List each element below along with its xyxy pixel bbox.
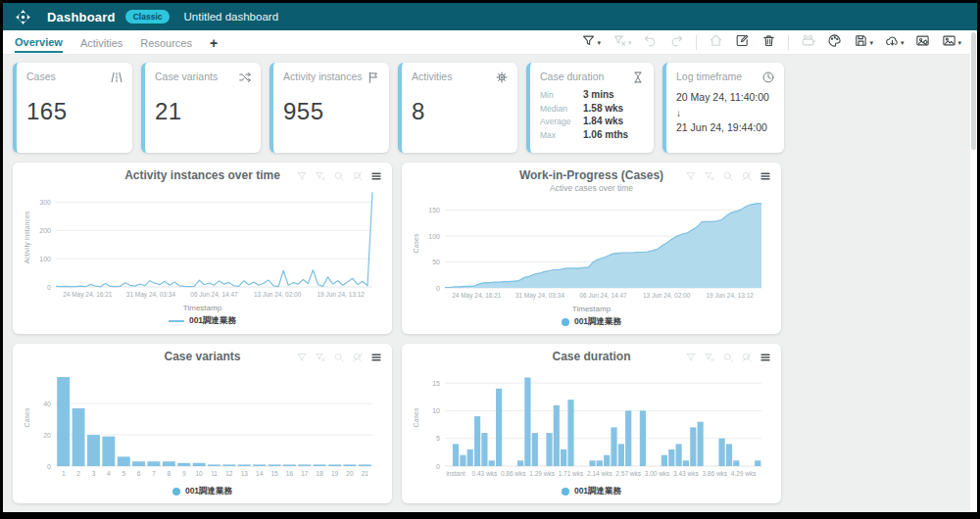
svg-text:24 May 24, 16:21: 24 May 24, 16:21	[452, 292, 502, 300]
kpi-stat-row: Median1.58 wks	[540, 103, 644, 114]
svg-text:20: 20	[346, 470, 354, 477]
filter-icon[interactable]	[685, 350, 697, 361]
svg-text:2.57 wks: 2.57 wks	[615, 470, 641, 477]
road-icon	[110, 71, 123, 84]
svg-text:15: 15	[270, 470, 278, 477]
svg-text:6: 6	[137, 470, 141, 477]
scrollbar[interactable]	[970, 30, 977, 512]
add-tab-button[interactable]: +	[210, 31, 218, 54]
app-window: Dashboard Classic Untitled dashboard Ove…	[0, 0, 980, 519]
clock-icon	[761, 71, 775, 84]
filter-icon[interactable]	[685, 168, 697, 180]
timeframe-start: 20 May 24, 11:40:00	[676, 90, 774, 106]
legend-marker	[172, 488, 180, 495]
legend-label: 001調達業務	[189, 315, 236, 327]
chart-plot: 051015Casesinstant0.43 wks0.86 wks1.29 w…	[410, 363, 771, 479]
undo-icon	[643, 33, 658, 52]
filter-icon[interactable]	[296, 168, 308, 180]
save-button[interactable]: ▾	[850, 32, 877, 53]
zoom-out-icon[interactable]	[741, 168, 753, 180]
svg-text:14: 14	[256, 470, 264, 477]
arrow-down-icon: ↓	[676, 106, 774, 120]
clear-filter-icon[interactable]	[704, 350, 715, 361]
rename-icon	[735, 33, 750, 52]
zoom-out-icon[interactable]	[352, 168, 364, 180]
tab-overview[interactable]: Overview	[15, 32, 63, 53]
svg-text:31 May 24, 03:34: 31 May 24, 03:34	[126, 291, 176, 299]
svg-text:06 Jun 24, 14:47: 06 Jun 24, 14:47	[190, 291, 238, 298]
kpi-stats: Min3 minsMedian1.58 wksAverage1.84 wksMa…	[540, 89, 644, 140]
tab-activities[interactable]: Activities	[80, 33, 122, 52]
svg-text:13 Jun 24, 02:00: 13 Jun 24, 02:00	[643, 292, 691, 299]
zoom-out-icon[interactable]	[352, 350, 364, 361]
filter-icon[interactable]	[296, 350, 308, 361]
zoom-out-icon[interactable]	[741, 350, 753, 361]
svg-text:150: 150	[428, 207, 440, 213]
svg-text:16: 16	[286, 470, 294, 477]
log-timeframe: 20 May 24, 11:40:00↓21 Jun 24, 19:44:00	[676, 90, 774, 136]
clear-filter-icon	[612, 33, 627, 52]
undo-button[interactable]	[639, 32, 662, 53]
filter-button[interactable]: ▾	[577, 32, 605, 53]
tab-resources[interactable]: Resources	[140, 33, 192, 52]
svg-text:5: 5	[436, 435, 440, 442]
zoom-in-icon[interactable]	[722, 168, 734, 180]
delete-icon	[761, 33, 776, 52]
kpi-value: 21	[155, 98, 251, 125]
svg-text:10: 10	[196, 470, 204, 477]
kpi-row: Cases165Case variants21Activity instance…	[13, 63, 967, 153]
download-icon	[885, 33, 900, 52]
clear-filter-icon[interactable]	[315, 350, 326, 361]
dashboard-name: Untitled dashboard	[183, 11, 278, 23]
kpi-label: Log timeframe	[676, 71, 774, 82]
svg-text:Cases: Cases	[24, 407, 30, 427]
svg-text:0: 0	[47, 463, 51, 470]
download-button[interactable]: ▾	[881, 32, 908, 53]
menu-icon[interactable]	[760, 350, 771, 361]
palette-button[interactable]	[823, 32, 846, 53]
redo-button[interactable]	[665, 32, 688, 53]
chart-legend[interactable]: 001調達業務	[21, 486, 384, 499]
legend-label: 001調達業務	[574, 316, 621, 328]
export-image-settings-icon	[915, 33, 930, 52]
chevron-down-icon: ▾	[597, 39, 601, 46]
svg-text:200: 200	[39, 227, 51, 234]
clear-filter-button[interactable]: ▾	[609, 32, 636, 53]
chart-plot: 050100150Cases24 May 24, 16:2131 May 24,…	[410, 193, 771, 301]
kpi-stat-row: Max1.06 mths	[540, 129, 644, 140]
svg-text:instant: instant	[446, 470, 465, 477]
menu-icon[interactable]	[370, 350, 382, 361]
svg-text:11: 11	[211, 470, 218, 477]
clear-filter-icon[interactable]	[704, 168, 715, 180]
home-button[interactable]	[705, 32, 727, 53]
palette-icon	[827, 33, 842, 52]
scrollbar-thumb[interactable]	[971, 32, 976, 150]
zoom-in-icon[interactable]	[333, 350, 345, 361]
kpi-value: 8	[412, 98, 508, 125]
zoom-in-icon[interactable]	[722, 350, 734, 361]
export-image-settings-button[interactable]	[911, 32, 934, 53]
rename-button[interactable]	[731, 32, 754, 53]
zoom-in-icon[interactable]	[333, 168, 345, 180]
kpi-card-case-variants: Case variants21	[141, 63, 261, 153]
clear-filter-icon[interactable]	[315, 168, 326, 180]
topbar: Dashboard Classic Untitled dashboard	[3, 3, 977, 30]
redo-icon	[669, 33, 684, 52]
filter-icon	[581, 33, 596, 52]
menu-icon[interactable]	[370, 168, 382, 180]
svg-text:0: 0	[47, 284, 51, 291]
svg-text:21: 21	[362, 470, 369, 477]
delete-button[interactable]	[758, 32, 780, 53]
chart-toolbar	[685, 350, 771, 361]
chart-legend[interactable]: 001調達業務	[410, 486, 773, 499]
export-image-button[interactable]: ▾	[938, 32, 965, 53]
chart-legend[interactable]: 001調達業務	[21, 315, 384, 329]
animation-button[interactable]	[797, 32, 819, 53]
chart-legend[interactable]: 001調達業務	[410, 316, 773, 330]
chart-header: Work-in-Progress (Cases)Active cases ove…	[410, 168, 773, 193]
svg-text:19 Jun 24, 13:12: 19 Jun 24, 13:12	[317, 291, 365, 298]
svg-text:15: 15	[432, 380, 440, 387]
svg-text:18: 18	[317, 470, 324, 477]
svg-text:2.14 wks: 2.14 wks	[587, 470, 612, 477]
menu-icon[interactable]	[760, 168, 771, 180]
